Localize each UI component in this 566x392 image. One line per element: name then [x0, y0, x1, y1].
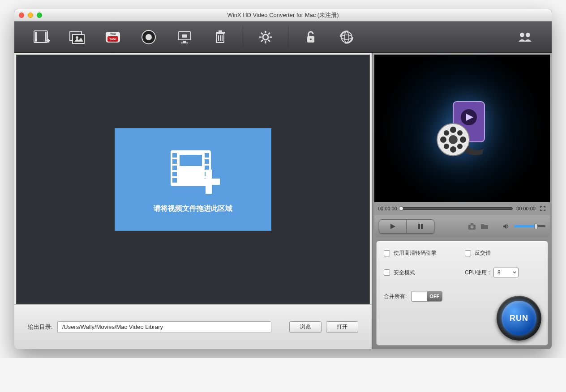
output-label: 输出目录: — [28, 323, 53, 331]
option-label: 使用高清转码引擎 — [394, 249, 437, 257]
output-bar: 输出目录: 浏览 打开 — [14, 304, 372, 349]
svg-rect-18 — [219, 30, 222, 32]
svg-rect-14 — [183, 41, 186, 43]
record-screen-icon — [176, 28, 193, 46]
settings-icon — [257, 28, 274, 46]
left-pane: 请将视频文件拖进此区域 输出目录: 浏览 打开 — [14, 53, 373, 349]
add-photo-button[interactable] — [59, 25, 95, 50]
svg-rect-28 — [172, 153, 177, 158]
svg-rect-51 — [418, 224, 420, 229]
svg-rect-4 — [73, 34, 84, 43]
option-label: 反交错 — [475, 249, 491, 257]
svg-rect-34 — [205, 159, 209, 164]
svg-rect-29 — [172, 159, 177, 164]
time-start: 00:00:00 — [378, 206, 397, 211]
pause-button[interactable] — [407, 219, 434, 234]
volume-thumb[interactable] — [534, 224, 538, 229]
record-camera-button[interactable] — [131, 25, 167, 50]
right-pane: 00:00:00 00:00:00 — [373, 53, 552, 349]
svg-rect-32 — [172, 178, 177, 183]
camera-icon — [468, 223, 476, 230]
svg-text:Tube: Tube — [109, 38, 116, 41]
toolbar: You Tube — [14, 21, 552, 53]
svg-rect-30 — [172, 166, 177, 170]
option-label: 安全模式 — [394, 269, 415, 277]
svg-point-44 — [450, 146, 456, 153]
checkbox[interactable] — [384, 269, 390, 276]
snapshot-button[interactable] — [467, 222, 476, 231]
svg-rect-54 — [471, 223, 473, 225]
window-title: WinX HD Video Converter for Mac (未注册) — [14, 11, 552, 19]
play-button[interactable] — [379, 219, 407, 234]
app-window: WinX HD Video Converter for Mac (未注册) — [14, 9, 552, 349]
cpu-value: 8 — [497, 269, 501, 276]
option-safe-mode[interactable]: 安全模式 — [384, 268, 459, 277]
svg-point-48 — [457, 130, 463, 136]
trash-button[interactable] — [202, 25, 238, 50]
svg-rect-15 — [181, 43, 188, 43]
volume-icon[interactable] — [502, 222, 510, 231]
fullscreen-icon[interactable] — [539, 205, 546, 212]
open-button[interactable]: 打开 — [326, 321, 358, 333]
toggle-state: OFF — [427, 291, 442, 301]
timeline-thumb[interactable] — [399, 206, 403, 211]
svg-point-25 — [520, 33, 524, 37]
svg-rect-13 — [182, 34, 187, 38]
svg-rect-17 — [216, 32, 225, 34]
unlock-button[interactable] — [293, 25, 329, 50]
drop-hint-text: 请将视频文件拖进此区域 — [154, 204, 232, 213]
web-update-icon — [338, 28, 356, 46]
web-update-button[interactable] — [329, 25, 364, 50]
svg-point-11 — [146, 34, 152, 40]
settings-button[interactable] — [248, 25, 283, 50]
play-icon — [389, 223, 396, 230]
svg-point-26 — [526, 33, 530, 37]
add-photo-icon — [68, 28, 86, 46]
toolbar-separator — [243, 26, 243, 48]
pause-icon — [417, 223, 424, 230]
about-icon — [516, 28, 534, 46]
svg-rect-33 — [205, 153, 209, 158]
volume-slider[interactable] — [514, 225, 545, 227]
timeline-track[interactable] — [401, 207, 513, 210]
svg-rect-2 — [45, 32, 47, 42]
timeline: 00:00:00 00:00:00 — [374, 202, 550, 215]
drop-area[interactable]: 请将视频文件拖进此区域 — [16, 55, 370, 304]
toolbar-separator — [288, 26, 288, 48]
about-button[interactable] — [507, 25, 543, 50]
open-folder-button[interactable] — [480, 222, 489, 231]
svg-point-22 — [341, 32, 352, 43]
option-deinterlace[interactable]: 反交错 — [465, 249, 540, 257]
trash-icon — [211, 28, 229, 46]
run-label: RUN — [502, 301, 536, 336]
cpu-label: CPU使用 : — [465, 269, 490, 277]
merge-toggle[interactable]: OFF — [411, 291, 442, 302]
svg-point-50 — [457, 144, 463, 149]
record-camera-icon — [140, 28, 158, 46]
checkbox[interactable] — [384, 250, 390, 256]
svg-point-45 — [440, 136, 446, 143]
checkbox[interactable] — [465, 250, 471, 256]
svg-rect-31 — [172, 172, 177, 176]
run-button[interactable]: RUN — [497, 296, 541, 341]
svg-point-47 — [444, 130, 449, 136]
svg-rect-1 — [35, 32, 37, 42]
drop-video-icon — [166, 146, 220, 195]
svg-point-23 — [341, 35, 352, 39]
svg-point-43 — [450, 127, 456, 133]
youtube-button[interactable]: You Tube — [95, 25, 131, 50]
add-video-icon — [32, 28, 50, 46]
svg-rect-38 — [180, 155, 202, 166]
browse-button[interactable]: 浏览 — [289, 321, 322, 333]
add-video-button[interactable] — [23, 25, 59, 50]
cpu-select[interactable]: 8 — [493, 268, 519, 277]
youtube-icon: You Tube — [104, 28, 122, 46]
option-hd-engine[interactable]: 使用高清转码引擎 — [384, 249, 459, 257]
svg-rect-35 — [205, 166, 209, 170]
time-end: 00:00:00 — [516, 206, 536, 211]
output-path-input[interactable] — [57, 321, 271, 333]
svg-point-24 — [344, 32, 349, 43]
merge-label: 合并所有: — [384, 293, 407, 300]
record-screen-button[interactable] — [167, 25, 202, 50]
option-cpu-usage: CPU使用 : 8 — [465, 268, 540, 277]
